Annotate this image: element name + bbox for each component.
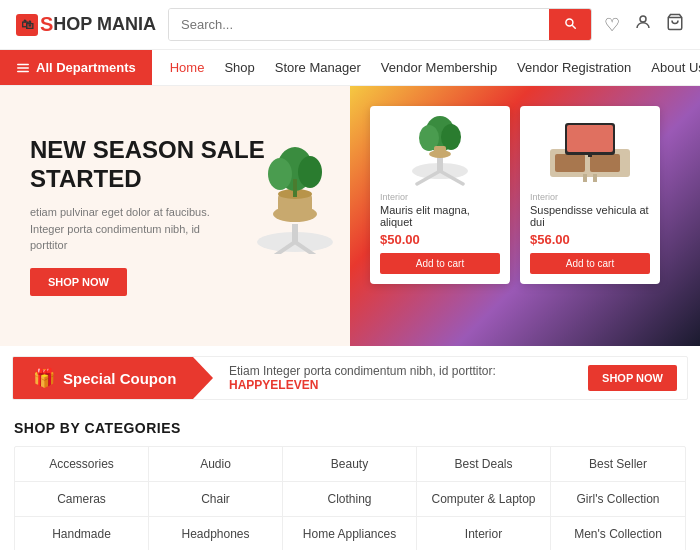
account-icon[interactable]: [634, 13, 652, 36]
svg-rect-24: [590, 154, 620, 172]
category-item[interactable]: Best Deals: [417, 447, 551, 482]
nav-vendor-registration[interactable]: Vendor Registration: [507, 50, 641, 85]
nav-shop[interactable]: Shop: [214, 50, 264, 85]
svg-rect-29: [588, 153, 592, 157]
product-name-2: Suspendisse vehicula at dui: [530, 204, 650, 228]
add-to-cart-1[interactable]: Add to cart: [380, 253, 500, 274]
coupon-description: Etiam Integer porta condimentum nibh, id…: [229, 364, 496, 378]
add-to-cart-2[interactable]: Add to cart: [530, 253, 650, 274]
category-item[interactable]: Accessories: [15, 447, 149, 482]
category-item[interactable]: Audio: [149, 447, 283, 482]
categories-section: SHOP BY CATEGORIES AccessoriesAudioBeaut…: [0, 410, 700, 550]
coupon-label: Special Coupon: [63, 370, 176, 387]
category-item[interactable]: Cameras: [15, 482, 149, 517]
svg-point-0: [640, 16, 646, 22]
search-bar: [168, 8, 592, 41]
svg-point-6: [268, 158, 292, 190]
nav-links: Home Shop Store Manager Vendor Membershi…: [152, 50, 700, 85]
category-item[interactable]: Handmade: [15, 517, 149, 550]
category-item[interactable]: Headphones: [149, 517, 283, 550]
product-cards: Interior Mauris elit magna, aliquet $50.…: [370, 106, 690, 284]
hero-description: etiam pulvinar eget dolor at faucibus. I…: [30, 204, 210, 254]
svg-rect-21: [434, 146, 446, 156]
wishlist-icon[interactable]: ♡: [604, 14, 620, 36]
svg-rect-28: [567, 125, 613, 152]
coupon-code: HAPPYELEVEN: [229, 378, 318, 392]
hero-left: NEW SEASON SALE STARTED etiam pulvinar e…: [0, 86, 350, 346]
cart-icon[interactable]: [666, 13, 684, 36]
logo-bag-icon: [16, 14, 38, 36]
search-button[interactable]: [549, 9, 591, 40]
product-name-1: Mauris elit magna, aliquet: [380, 204, 500, 228]
category-item[interactable]: Computer & Laptop: [417, 482, 551, 517]
category-item[interactable]: Chair: [149, 482, 283, 517]
hero-plant-illustration: [250, 94, 340, 257]
product-category-2: Interior: [530, 192, 650, 202]
category-item[interactable]: Beauty: [283, 447, 417, 482]
header: SHOP MANIA ♡: [0, 0, 700, 50]
logo-text: HOP MANIA: [53, 14, 156, 35]
svg-rect-23: [555, 154, 585, 172]
hero-section: NEW SEASON SALE STARTED etiam pulvinar e…: [0, 86, 700, 346]
nav-store-manager[interactable]: Store Manager: [265, 50, 371, 85]
product-price-2: $56.00: [530, 232, 650, 247]
categories-grid: AccessoriesAudioBeautyBest DealsBest Sel…: [14, 446, 686, 550]
coupon-gift-icon: 🎁: [33, 367, 55, 389]
product-card-2: Interior Suspendisse vehicula at dui $56…: [520, 106, 660, 284]
category-item[interactable]: Interior: [417, 517, 551, 550]
all-departments-button[interactable]: All Departments: [0, 50, 152, 85]
coupon-left: 🎁 Special Coupon: [13, 357, 213, 399]
category-item[interactable]: Men's Collection: [551, 517, 685, 550]
product-category-1: Interior: [380, 192, 500, 202]
search-input[interactable]: [169, 9, 549, 40]
category-item[interactable]: Clothing: [283, 482, 417, 517]
coupon-shop-now-button[interactable]: SHOP NOW: [588, 365, 677, 391]
product-price-1: $50.00: [380, 232, 500, 247]
nav-home[interactable]: Home: [160, 50, 215, 85]
navbar: All Departments Home Shop Store Manager …: [0, 50, 700, 86]
coupon-bar: 🎁 Special Coupon Etiam Integer porta con…: [12, 356, 688, 400]
product-image-2: [530, 116, 650, 186]
nav-about-us[interactable]: About Us: [641, 50, 700, 85]
svg-rect-25: [583, 174, 587, 182]
category-item[interactable]: Best Seller: [551, 447, 685, 482]
category-item[interactable]: Girl's Collection: [551, 482, 685, 517]
coupon-text: Etiam Integer porta condimentum nibh, id…: [213, 364, 588, 392]
logo[interactable]: SHOP MANIA: [16, 13, 156, 36]
product-image-1: [380, 116, 500, 186]
product-card-1: Interior Mauris elit magna, aliquet $50.…: [370, 106, 510, 284]
categories-title: SHOP BY CATEGORIES: [14, 420, 686, 436]
logo-s: S: [40, 13, 53, 36]
svg-rect-26: [593, 174, 597, 182]
nav-vendor-membership[interactable]: Vendor Membership: [371, 50, 507, 85]
category-item[interactable]: Home Appliances: [283, 517, 417, 550]
hero-right: Interior Mauris elit magna, aliquet $50.…: [350, 86, 700, 346]
all-departments-label: All Departments: [36, 60, 136, 75]
header-icons: ♡: [604, 13, 684, 36]
hero-shop-now-button[interactable]: SHOP NOW: [30, 268, 127, 296]
svg-rect-8: [293, 179, 297, 197]
svg-point-7: [298, 156, 322, 188]
